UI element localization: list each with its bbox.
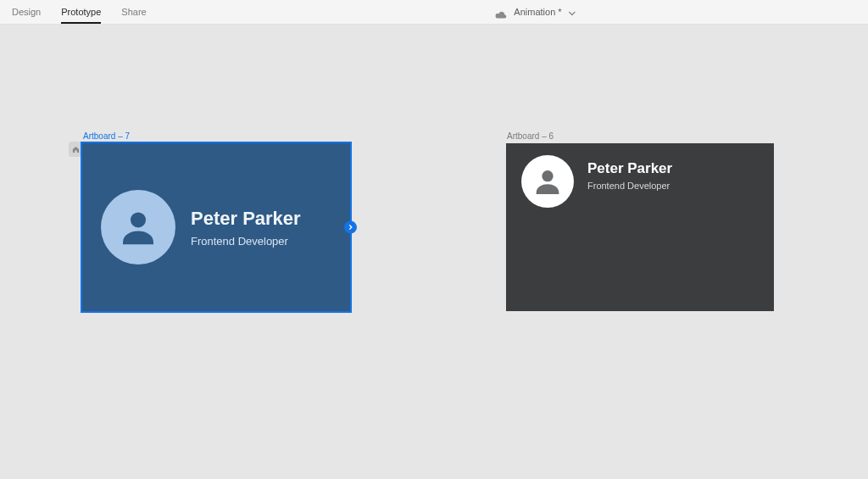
card-role: Frontend Developer — [587, 181, 672, 191]
tab-prototype[interactable]: Prototype — [61, 0, 101, 24]
svg-point-1 — [542, 170, 553, 181]
top-bar: Design Prototype Share Animation * — [0, 0, 868, 25]
tab-design[interactable]: Design — [12, 0, 41, 24]
svg-point-0 — [131, 212, 146, 227]
prototype-connector-handle[interactable] — [344, 221, 357, 234]
artboard-7-label[interactable]: Artboard – 7 — [82, 131, 350, 141]
mode-tabs: Design Prototype Share — [12, 0, 147, 24]
user-icon — [115, 204, 161, 250]
artboard-6-text: Peter Parker Frontend Developer — [587, 155, 672, 191]
artboard-7[interactable]: Peter Parker Frontend Developer — [82, 143, 350, 311]
avatar-circle — [521, 155, 574, 208]
card-role: Frontend Developer — [191, 235, 301, 248]
document-title: Animation * — [514, 7, 561, 17]
artboard-6-label[interactable]: Artboard – 6 — [506, 131, 774, 141]
chevron-right-icon — [348, 225, 353, 231]
home-icon — [72, 146, 80, 153]
prototype-canvas[interactable]: Artboard – 7 Peter Parker Frontend Devel… — [0, 25, 868, 479]
artboard-7-group: Artboard – 7 Peter Parker Frontend Devel… — [82, 131, 350, 311]
card-name: Peter Parker — [587, 160, 672, 177]
artboard-6[interactable]: Peter Parker Frontend Developer — [506, 143, 774, 311]
artboard-6-group: Artboard – 6 Peter Parker Frontend Devel… — [506, 131, 774, 311]
artboard-6-content: Peter Parker Frontend Developer — [506, 143, 774, 311]
tab-share[interactable]: Share — [121, 0, 146, 24]
artboard-7-text: Peter Parker Frontend Developer — [191, 208, 301, 248]
card-name: Peter Parker — [191, 208, 301, 230]
chevron-down-icon — [569, 4, 576, 19]
artboard-7-content: Peter Parker Frontend Developer — [82, 143, 350, 311]
cloud-icon — [495, 8, 507, 16]
avatar-circle — [101, 190, 175, 265]
home-flow-indicator[interactable] — [69, 142, 82, 157]
document-title-dropdown[interactable]: Animation * — [495, 4, 576, 19]
user-icon — [531, 164, 565, 198]
